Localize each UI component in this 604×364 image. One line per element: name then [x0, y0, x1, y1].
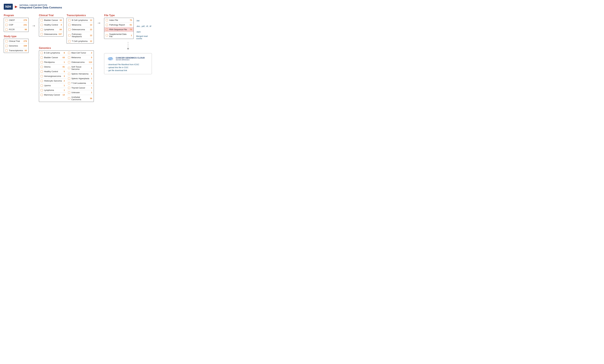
- checkbox-gen-splenic-hp[interactable]: [68, 77, 70, 80]
- gen-b-cell[interactable]: B Cell Lymphoma 8: [39, 50, 66, 55]
- checkbox-gen-mast[interactable]: [68, 52, 70, 54]
- genomics-col2: Mast Cell Tumor 2 Melanoma 5 Osteosarcom…: [66, 50, 94, 102]
- checkbox-gen-b-cell[interactable]: [41, 52, 43, 54]
- gen-lipoma[interactable]: Lipoma 1: [39, 83, 66, 88]
- gen-fibro[interactable]: Fibrolipoma 1: [39, 60, 66, 64]
- gen-melanoma[interactable]: Melanoma 5: [66, 55, 94, 60]
- checkbox-genomics[interactable]: [5, 45, 8, 47]
- gen-healthy[interactable]: Healthy Control 5: [39, 69, 66, 74]
- ct-lymphoma[interactable]: Lymphoma 84: [39, 27, 63, 32]
- trans-melanoma[interactable]: Melanoma 12: [67, 23, 94, 27]
- checkbox-gen-lymphoma[interactable]: [41, 89, 43, 91]
- trans-to-filetype-arrow: →: [97, 21, 101, 25]
- ct-osteo[interactable]: Osteosarcoma 157: [39, 32, 63, 36]
- checkbox-gen-heman[interactable]: [41, 75, 43, 77]
- study-type-genomics[interactable]: Genomics 339: [4, 44, 28, 48]
- program-section: Program CMCP 279 COP 241 PCCR 98: [4, 14, 29, 32]
- ft-pathology[interactable]: Pathology Report 61: [104, 23, 134, 27]
- checkbox-gen-histo[interactable]: [41, 80, 43, 82]
- ct-bladder[interactable]: Bladder Cancer 34: [39, 18, 63, 23]
- gen-glioma[interactable]: Glioma 81: [39, 64, 66, 69]
- genomics-filter-box: B Cell Lymphoma 8 Bladder Cancer 63 Fibr…: [39, 50, 94, 102]
- checkbox-ft-pathology[interactable]: [106, 24, 108, 26]
- program-row-cop[interactable]: COP 241: [4, 23, 28, 27]
- left-column: Program CMCP 279 COP 241 PCCR 98 Study t…: [4, 14, 29, 53]
- main-layout: Program CMCP 279 COP 241 PCCR 98 Study t…: [4, 14, 152, 102]
- checkbox-ft-supplemental[interactable]: [106, 34, 108, 36]
- checkbox-trans-melanoma[interactable]: [68, 24, 71, 26]
- study-type-transcriptomics[interactable]: Transcriptomics 60: [4, 48, 28, 53]
- checkbox-gen-splenic-h[interactable]: [68, 73, 70, 75]
- cgc-box: CANCER GENOMICS CLOUD SEVEN BRIDGES down…: [104, 53, 152, 74]
- cgc-item-2[interactable]: upload this file in CGC: [107, 66, 149, 69]
- checkbox-gen-fibro[interactable]: [41, 61, 43, 63]
- study-type-title: Study type: [4, 35, 29, 38]
- checkbox-gen-healthy[interactable]: [41, 70, 43, 73]
- checkbox-clinical-trial[interactable]: [5, 40, 8, 42]
- checkbox-gen-thyroid[interactable]: [68, 87, 70, 89]
- gen-lymphoma[interactable]: Lymphoma 1: [39, 88, 66, 93]
- transcriptomics-section: Transcriptomics B Cell Lymphoma 12 Melan…: [67, 14, 94, 44]
- checkbox-trans-t-cell[interactable]: [68, 40, 71, 42]
- checkbox-gen-melanoma[interactable]: [68, 56, 70, 59]
- checkbox-gen-lipoma[interactable]: [41, 85, 43, 87]
- checkbox-cmcp[interactable]: [5, 19, 8, 21]
- ft-supplemental[interactable]: Supplemental Data File 1: [104, 32, 134, 39]
- gen-thyroid[interactable]: Thyroid Cancer 1: [66, 86, 94, 90]
- checkbox-trans-b-cell[interactable]: [68, 19, 71, 21]
- checkbox-gen-soft[interactable]: [68, 67, 70, 69]
- trans-t-cell[interactable]: T Cell Lymphoma 12: [67, 39, 94, 43]
- checkbox-pccr[interactable]: [5, 28, 8, 31]
- ct-healthy[interactable]: Healthy Control 4: [39, 23, 63, 27]
- gen-t-cell-leuk[interactable]: T Cell Leukemia 1: [66, 81, 94, 86]
- gen-urothelial[interactable]: Urothelial Carcinoma 36: [66, 95, 94, 102]
- ft-rna[interactable]: RNA Sequence File 75: [104, 27, 134, 32]
- program-row-pccr[interactable]: PCCR 98: [4, 27, 28, 32]
- gen-osteo[interactable]: Osteosarcoma 112: [66, 60, 94, 64]
- gen-unknown[interactable]: Unknown 1: [66, 90, 94, 95]
- checkbox-gen-urothelial[interactable]: [68, 97, 70, 100]
- cgc-item-3[interactable]: get file download link: [107, 69, 149, 72]
- gen-mast[interactable]: Mast Cell Tumor 2: [66, 50, 94, 55]
- genomics-title: Genomics: [39, 47, 94, 50]
- cgc-item-1[interactable]: download File Manifest from ICGC: [107, 63, 149, 66]
- org-line2: Integrated Canine Data Commons: [20, 6, 62, 9]
- gen-bladder[interactable]: Bladder Cancer 63: [39, 55, 66, 60]
- file-label-bam: .bam: [136, 29, 152, 35]
- checkbox-trans-osteo[interactable]: [68, 28, 71, 31]
- checkbox-gen-t-cell[interactable]: [68, 82, 70, 84]
- checkbox-ct-osteo[interactable]: [41, 33, 43, 35]
- gen-splenic-hematoma[interactable]: Splenic Hematoma 1: [66, 72, 94, 76]
- gen-histiocytic[interactable]: Histiocytic Sarcoma 2: [39, 78, 66, 83]
- checkbox-gen-unknown[interactable]: [68, 91, 70, 94]
- checkbox-gen-mammary[interactable]: [41, 94, 43, 96]
- checkbox-gen-osteo[interactable]: [68, 61, 70, 63]
- genomics-col1: B Cell Lymphoma 8 Bladder Cancer 63 Fibr…: [39, 50, 66, 102]
- checkbox-gen-bladder[interactable]: [41, 56, 43, 59]
- checkbox-ct-lymphoma[interactable]: [41, 28, 43, 31]
- cgc-list: download File Manifest from ICGC upload …: [107, 63, 149, 72]
- checkbox-ft-rna[interactable]: [106, 28, 108, 31]
- gen-soft-tissue[interactable]: Soft Tissue Sarcoma 1: [66, 64, 94, 72]
- study-type-clinical[interactable]: Clinical Trial 279: [4, 39, 28, 44]
- checkbox-ct-healthy[interactable]: [41, 24, 43, 26]
- cgc-cloud-icon: [107, 56, 114, 62]
- gen-splenic-hyper[interactable]: Splenic Hyperplasia 1: [66, 76, 94, 81]
- trans-osteo[interactable]: Osteosarcoma 12: [67, 27, 94, 32]
- program-row-cmcp[interactable]: CMCP 279: [4, 18, 28, 23]
- nih-badge: NIH: [4, 4, 13, 10]
- program-title: Program: [4, 14, 29, 17]
- gen-hemangiosarcoma[interactable]: Hemangiosarcoma 3: [39, 74, 66, 78]
- checkbox-transcriptomics[interactable]: [5, 50, 8, 52]
- trans-pulmonary[interactable]: Pulmonary Neoplasms 12: [67, 32, 94, 39]
- checkbox-trans-pulmonary[interactable]: [68, 34, 71, 36]
- header: NIH ► NATIONAL CANCER INSTITUTE Integrat…: [4, 4, 152, 10]
- ft-index[interactable]: Index File 75: [104, 18, 134, 23]
- checkbox-ft-index[interactable]: [106, 19, 108, 21]
- org-line1: NATIONAL CANCER INSTITUTE: [20, 4, 62, 6]
- checkbox-gen-glioma[interactable]: [41, 66, 43, 68]
- gen-mammary[interactable]: Mammary Cancer 13: [39, 93, 66, 97]
- trans-b-cell[interactable]: B Cell Lymphoma 12: [67, 18, 94, 23]
- checkbox-ct-bladder[interactable]: [41, 19, 43, 21]
- checkbox-cop[interactable]: [5, 24, 8, 26]
